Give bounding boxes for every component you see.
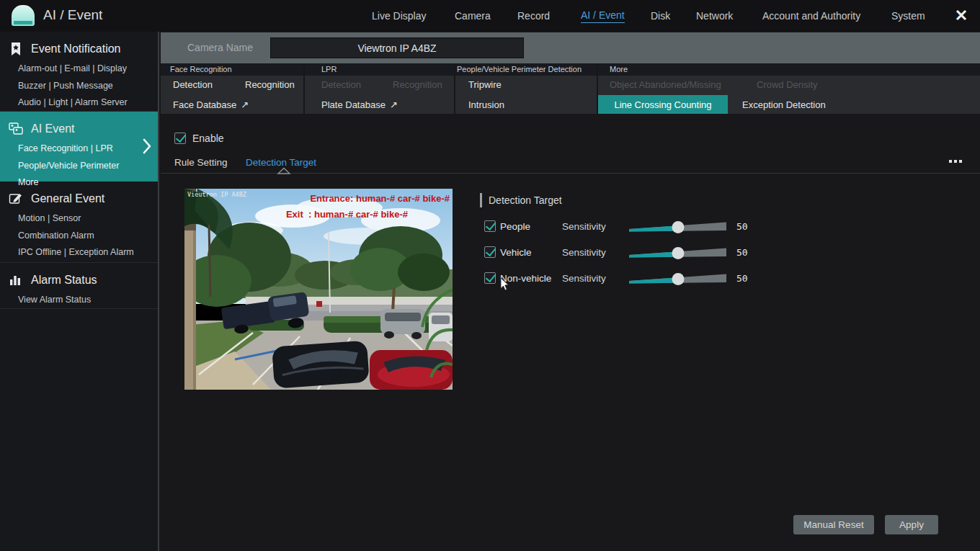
sidebar-section-ai-event[interactable]: AI Event Face Recognition | LPR People/V… [0, 112, 158, 182]
external-link-arrow-icon: ↗ [390, 99, 398, 110]
nav-label: System [891, 10, 925, 22]
sidebar-item-face-recognition-lpr[interactable]: Face Recognition | LPR [18, 140, 149, 158]
sensitivity-label: Sensitivity [562, 247, 606, 258]
people-sensitivity-slider[interactable] [629, 219, 728, 235]
sidebar-item-motion-sensor[interactable]: Motion | Sensor [18, 210, 149, 228]
nav-label: Network [696, 10, 733, 22]
sidebar: Event Notification Alarm-out | E-mail | … [0, 32, 159, 551]
people-checkbox[interactable] [484, 220, 496, 232]
sidebar-item-people-vehicle-perimeter[interactable]: People/Vehicle Perimeter [18, 158, 149, 175]
section-title: General Event [31, 192, 104, 205]
tab-plate-database[interactable]: Plate Database↗ [321, 99, 398, 110]
section-header: Alarm Status [0, 269, 158, 290]
nav-label: Account and Authority [762, 10, 860, 22]
manual-reset-button[interactable]: Manual Reset [793, 515, 874, 534]
detection-target-accent-bar [480, 193, 482, 207]
sidebar-item-combination-alarm[interactable]: Combination Alarm [18, 228, 149, 245]
more-options-button[interactable] [949, 160, 962, 163]
group-header-more: More [610, 65, 628, 73]
enable-checkbox[interactable] [174, 133, 186, 144]
vehicle-sensitivity-slider[interactable] [629, 245, 728, 261]
nav-account-authority[interactable]: Account and Authority [762, 0, 860, 32]
external-link-arrow-icon: ↗ [241, 99, 249, 110]
non-vehicle-sensitivity-value: 50 [736, 273, 748, 284]
group-header-lpr: LPR [321, 65, 337, 73]
tab-exception-detection[interactable]: Exception Detection [742, 99, 826, 110]
tab-line-crossing-counting[interactable]: Line Crossing Counting [598, 95, 728, 114]
detection-row-vehicle: Vehicle Sensitivity 50 [484, 243, 772, 261]
enable-label: Enable [192, 133, 224, 144]
active-tab-caret-icon [277, 167, 291, 174]
group-separator [454, 63, 455, 114]
sidebar-section-event-notification: Event Notification Alarm-out | E-mail | … [0, 32, 158, 112]
vehicle-checkbox[interactable] [484, 246, 496, 258]
group-separator [303, 63, 305, 114]
camera-name-select[interactable]: Viewtron IP A4BZ [270, 37, 524, 58]
app-logo-icon [12, 5, 35, 26]
section-header: Event Notification [0, 37, 158, 59]
video-osd-camera-name: Vieutron IP A4BZ [187, 191, 246, 198]
sidebar-section-general-event: General Event Motion | Sensor Combinatio… [0, 182, 158, 263]
video-osd-entrance-count: Entrance: human-# car-# bike-# [310, 193, 450, 204]
section-title: AI Event [31, 122, 74, 135]
sidebar-item-alarm-out-email-display[interactable]: Alarm-out | E-mail | Display [18, 61, 149, 78]
tab-fr-detection[interactable]: Detection [173, 79, 213, 90]
id-cards-icon [9, 122, 23, 136]
mouse-cursor-icon [500, 278, 510, 291]
detection-row-non-vehicle: Non-vehicle Sensitivity 50 [484, 269, 772, 287]
sidebar-item-audio-light-alarm-server[interactable]: Audio | Light | Alarm Server [18, 94, 149, 112]
tab-face-database[interactable]: Face Database↗ [173, 99, 249, 110]
sensitivity-label: Sensitivity [562, 273, 606, 284]
bookmark-star-icon [9, 42, 23, 56]
section-header: General Event [0, 187, 158, 209]
sidebar-section-alarm-status: Alarm Status View Alarm Status [0, 263, 158, 309]
nav-label: Disk [651, 10, 670, 22]
nav-network[interactable]: Network [696, 0, 733, 32]
tab-rule-setting[interactable]: Rule Setting [174, 157, 228, 168]
sidebar-item-view-alarm-status[interactable]: View Alarm Status [18, 292, 149, 309]
sidebar-item-buzzer-push-message[interactable]: Buzzer | Push Message [18, 78, 149, 95]
section-title: Event Notification [31, 42, 121, 55]
nav-label: Live Display [372, 10, 426, 22]
close-icon[interactable]: ✕ [951, 6, 971, 26]
tab-detection-target[interactable]: Detection Target [246, 157, 316, 168]
tab-object-abandoned-missing[interactable]: Object Abandoned/Missing [610, 79, 721, 90]
ai-event-settings-page: AI / Event Live Display Camera Record AI… [0, 0, 980, 551]
top-bar: AI / Event Live Display Camera Record AI… [0, 0, 980, 32]
tab-label: Face Database [173, 99, 236, 110]
detection-target-title: Detection Target [489, 194, 562, 206]
people-sensitivity-value: 50 [736, 221, 748, 232]
tab-crowd-density[interactable]: Crowd Density [757, 79, 818, 90]
nav-record[interactable]: Record [517, 0, 550, 32]
nav-system[interactable]: System [891, 0, 925, 32]
group-header-face-recognition: Face Recognition [170, 65, 232, 73]
edit-event-icon [9, 192, 23, 206]
nav-label: Record [517, 10, 550, 22]
tab-intrusion[interactable]: Intrusion [468, 99, 504, 110]
parking-lot-scene: Vieutron IP A4BZ Entrance: human-# car-#… [184, 189, 453, 390]
chevron-right-icon [142, 138, 152, 155]
nav-label: Camera [455, 10, 491, 22]
enable-row: Enable [174, 133, 224, 144]
tab-tripwire[interactable]: Tripwire [468, 79, 502, 90]
sidebar-item-ipc-offline-exception-alarm[interactable]: IPC Offline | Exception Alarm [18, 244, 149, 261]
nav-label: AI / Event [581, 9, 625, 23]
nav-camera[interactable]: Camera [455, 0, 491, 32]
tab-lpr-detection[interactable]: Detection [321, 79, 361, 90]
tab-lpr-recognition[interactable]: Recognition [393, 79, 442, 90]
nav-live-display[interactable]: Live Display [372, 0, 426, 32]
vehicle-sensitivity-value: 50 [736, 247, 748, 258]
nav-disk[interactable]: Disk [651, 0, 670, 32]
non-vehicle-checkbox[interactable] [484, 272, 496, 284]
section-header: AI Event [0, 117, 158, 139]
camera-video-preview[interactable]: Vieutron IP A4BZ Entrance: human-# car-#… [184, 189, 453, 390]
group-header-people-vehicle: People/Vehicle Perimeter Detection [457, 65, 582, 73]
apply-button[interactable]: Apply [885, 515, 938, 534]
nav-ai-event[interactable]: AI / Event [581, 0, 625, 32]
camera-name-strip: Camera Name Viewtron IP A4BZ [161, 32, 980, 63]
bar-chart-icon [9, 273, 23, 287]
tab-fr-recognition[interactable]: Recognition [245, 79, 295, 90]
section-title: Alarm Status [31, 274, 97, 287]
non-vehicle-sensitivity-slider[interactable] [629, 271, 728, 287]
video-osd-exit-count: Exit : human-# car-# bike-# [286, 209, 409, 220]
